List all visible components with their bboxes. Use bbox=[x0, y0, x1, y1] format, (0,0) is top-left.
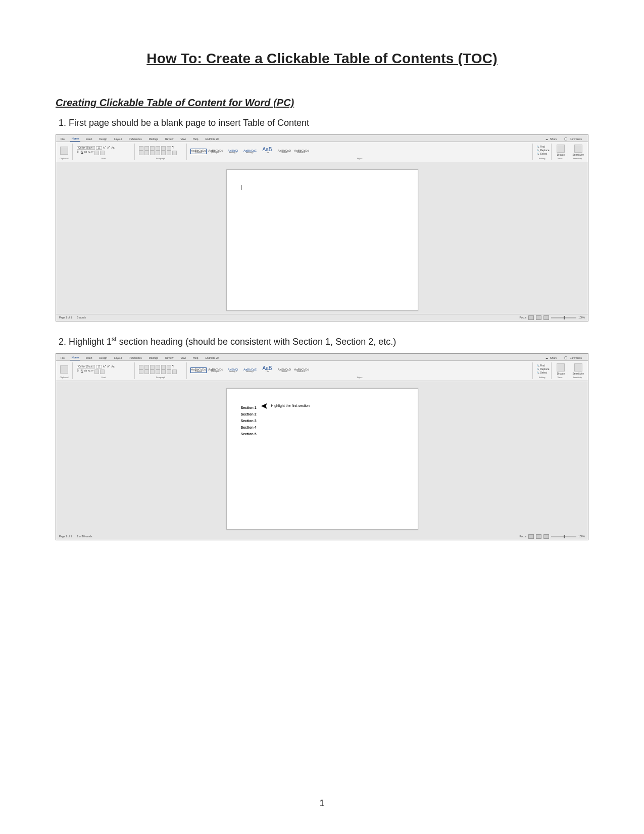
section-subheading: Creating Clickable Table of Content for … bbox=[56, 97, 588, 109]
underline-button[interactable]: U bbox=[81, 151, 83, 155]
text-highlight-icon[interactable] bbox=[94, 151, 99, 155]
strike-button[interactable]: ab bbox=[84, 369, 87, 374]
style-subtleem[interactable]: AaBbCcDdSubtle Em... bbox=[294, 149, 309, 154]
font-color-icon[interactable] bbox=[100, 151, 105, 155]
word-count[interactable]: 2 of 10 words bbox=[77, 535, 92, 538]
tab-mailings[interactable]: Mailings bbox=[147, 356, 160, 360]
zoom-level[interactable]: 100% bbox=[578, 316, 585, 319]
view-read-icon[interactable] bbox=[528, 534, 534, 539]
tab-view[interactable]: View bbox=[179, 356, 187, 360]
select-button[interactable]: Select bbox=[537, 372, 549, 374]
tab-endnote[interactable]: EndNote 20 bbox=[204, 137, 220, 142]
find-button[interactable]: Find bbox=[537, 146, 549, 148]
sensitivity-icon[interactable] bbox=[574, 145, 582, 153]
paste-icon[interactable] bbox=[60, 365, 68, 374]
tab-review[interactable]: Review bbox=[164, 137, 175, 142]
style-heading1[interactable]: AaBbCiHeading 1 bbox=[225, 149, 240, 154]
italic-button[interactable]: I bbox=[80, 151, 80, 155]
tab-help[interactable]: Help bbox=[191, 356, 200, 360]
style-heading2[interactable]: AaBbCcEHeading 2 bbox=[242, 368, 258, 373]
style-heading2[interactable]: AaBbCcEHeading 2 bbox=[242, 149, 258, 154]
tab-home[interactable]: Home bbox=[70, 136, 80, 142]
style-normal[interactable]: AaBbCcDd¶ Normal bbox=[191, 368, 206, 373]
italic-button[interactable]: I bbox=[80, 369, 80, 374]
view-print-icon[interactable] bbox=[536, 315, 541, 320]
style-title[interactable]: AaBTitle bbox=[260, 147, 275, 154]
tab-mailings[interactable]: Mailings bbox=[147, 137, 160, 142]
text-highlight-icon[interactable] bbox=[94, 369, 99, 374]
sensitivity-icon[interactable] bbox=[574, 363, 582, 372]
section-heading: Section 4 bbox=[241, 426, 404, 429]
style-subtleem[interactable]: AaBbCcDdSubtle Em... bbox=[294, 368, 309, 373]
status-bar: Page 1 of 1 0 words Focus 100% bbox=[56, 314, 588, 321]
tab-design[interactable]: Design bbox=[97, 137, 109, 142]
tab-file[interactable]: File bbox=[59, 137, 66, 142]
document-canvas[interactable] bbox=[56, 162, 588, 314]
replace-button[interactable]: Replace bbox=[537, 149, 549, 152]
tab-insert[interactable]: Insert bbox=[84, 137, 94, 142]
page-indicator[interactable]: Page 1 of 1 bbox=[59, 535, 72, 538]
word-screenshot-1: File Home Insert Design Layout Reference… bbox=[56, 134, 588, 321]
tab-file[interactable]: File bbox=[59, 356, 66, 360]
page-indicator[interactable]: Page 1 of 1 bbox=[59, 316, 72, 319]
word-count[interactable]: 0 words bbox=[77, 316, 86, 319]
tab-help[interactable]: Help bbox=[191, 137, 200, 142]
zoom-level[interactable]: 100% bbox=[578, 535, 585, 538]
focus-mode[interactable]: Focus bbox=[520, 535, 527, 538]
view-read-icon[interactable] bbox=[528, 315, 534, 320]
share-button[interactable]: ☁ Share bbox=[544, 137, 560, 142]
font-size-combo[interactable]: 11 bbox=[96, 146, 102, 150]
comments-button[interactable]: 💬 Comments bbox=[563, 356, 585, 360]
font-color-icon[interactable] bbox=[100, 369, 105, 374]
style-subtitle[interactable]: AaBbCcDSubtitle bbox=[277, 149, 292, 154]
bold-button[interactable]: B bbox=[77, 151, 79, 155]
style-nospacing[interactable]: AaBbCcDd¶ No Spac... bbox=[208, 149, 223, 154]
tab-design[interactable]: Design bbox=[97, 356, 109, 360]
section-heading: Section 2 bbox=[241, 412, 404, 416]
tab-view[interactable]: View bbox=[179, 137, 187, 142]
group-clipboard: Clipboard bbox=[58, 144, 73, 160]
view-print-icon[interactable] bbox=[536, 534, 541, 539]
document-canvas[interactable]: Section 1 ➤ Highlight the first section … bbox=[56, 381, 588, 533]
tab-references[interactable]: References bbox=[127, 356, 143, 360]
style-subtitle[interactable]: AaBbCcDSubtitle bbox=[277, 368, 292, 373]
tab-layout[interactable]: Layout bbox=[113, 356, 123, 360]
style-nospacing[interactable]: AaBbCcDd¶ No Spac... bbox=[208, 368, 223, 373]
find-button[interactable]: Find bbox=[537, 364, 549, 367]
tab-layout[interactable]: Layout bbox=[113, 137, 123, 142]
underline-button[interactable]: U bbox=[81, 369, 83, 374]
tab-references[interactable]: References bbox=[127, 137, 143, 142]
dictate-icon[interactable] bbox=[557, 145, 565, 153]
dictate-icon[interactable] bbox=[557, 363, 565, 372]
paste-icon[interactable] bbox=[60, 147, 68, 155]
tab-insert[interactable]: Insert bbox=[84, 356, 94, 360]
page-with-sections: Section 1 ➤ Highlight the first section … bbox=[226, 388, 418, 530]
ribbon: Clipboard Calibri (Body) 11 A▲A▼Aa B I U… bbox=[56, 360, 588, 381]
shading-icon[interactable] bbox=[167, 151, 171, 155]
tab-review[interactable]: Review bbox=[164, 356, 175, 360]
select-button[interactable]: Select bbox=[537, 153, 549, 155]
group-clipboard: Clipboard bbox=[58, 362, 73, 379]
view-web-icon[interactable] bbox=[543, 315, 549, 320]
comments-button[interactable]: 💬 Comments bbox=[563, 137, 585, 142]
font-size-combo[interactable]: 11 bbox=[96, 365, 102, 368]
highlighted-section-heading[interactable]: Section 1 bbox=[241, 406, 257, 409]
view-web-icon[interactable] bbox=[543, 534, 549, 539]
section-heading: Section 3 bbox=[241, 419, 404, 423]
strike-button[interactable]: ab bbox=[84, 151, 87, 155]
style-title[interactable]: AaBTitle bbox=[260, 366, 275, 373]
tab-home[interactable]: Home bbox=[70, 355, 80, 360]
font-name-combo[interactable]: Calibri (Body) bbox=[77, 146, 95, 150]
zoom-slider[interactable] bbox=[551, 317, 576, 318]
focus-mode[interactable]: Focus bbox=[520, 316, 527, 319]
group-voice: Dictate Voice bbox=[554, 362, 568, 379]
replace-button[interactable]: Replace bbox=[537, 368, 549, 370]
font-name-combo[interactable]: Calibri (Body) bbox=[77, 365, 95, 368]
borders-icon[interactable] bbox=[172, 151, 177, 155]
zoom-slider[interactable] bbox=[551, 536, 576, 537]
share-button[interactable]: ☁ Share bbox=[544, 356, 560, 360]
style-normal[interactable]: AaBbCcDd¶ Normal bbox=[191, 149, 206, 154]
bold-button[interactable]: B bbox=[77, 369, 79, 374]
style-heading1[interactable]: AaBbCiHeading 1 bbox=[225, 368, 240, 373]
tab-endnote[interactable]: EndNote 20 bbox=[204, 356, 220, 360]
